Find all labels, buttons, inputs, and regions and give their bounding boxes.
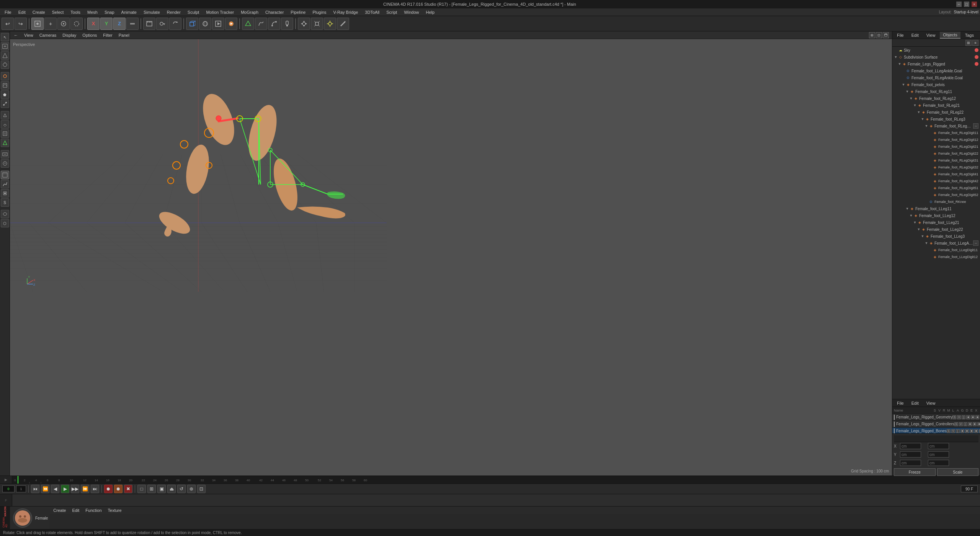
geo-icon-2[interactable]: V (957, 415, 961, 419)
menu-help[interactable]: Help (423, 9, 438, 15)
size-x-input[interactable] (928, 443, 949, 449)
panel-icon-2[interactable]: ≡ (972, 40, 978, 46)
record-button[interactable]: ⏺ (104, 485, 113, 493)
tree-item-rlegdigit51[interactable]: ◈ Female_foot_RLegDigit51 (892, 185, 980, 191)
layer-row-controllers[interactable]: Female_Legs_Rigged_Controllers S V | ■ ■… (892, 421, 980, 428)
tree-item-rleg12[interactable]: ▼ ◈ Female_foot_RLeg12 (892, 95, 980, 102)
bones-icon-7[interactable]: ■ (974, 429, 978, 433)
render-button[interactable] (225, 18, 237, 30)
layer-row-geometry[interactable]: Female_Legs_Rigged_Geometry S V | ■ ■ ■ … (892, 414, 980, 421)
world-axis-button[interactable] (126, 18, 139, 30)
left-tool-8[interactable] (1, 100, 9, 108)
menu-tools[interactable]: Tools (67, 9, 83, 15)
undo-button[interactable]: ↩ (2, 18, 14, 30)
left-tool-9[interactable] (1, 111, 9, 119)
tree-item-llega[interactable]: ▼ ◈ Female_foot_LLegAnkle ↔ (892, 240, 980, 247)
menu-mograph[interactable]: MoGraph (238, 9, 261, 15)
menu-edit[interactable]: Edit (15, 9, 29, 15)
tree-item-rknee[interactable]: ⊙ Female_foot_RKnee (892, 198, 980, 205)
tree-item-rlega[interactable]: ▼ ◈ Female_foot_RLegAnkle ↔ (892, 123, 980, 129)
viewport-filter-menu[interactable]: Filter (101, 33, 114, 38)
rotate-button[interactable] (169, 18, 181, 30)
right-tab-file[interactable]: File (894, 32, 907, 38)
bones-icon-4[interactable]: ■ (960, 429, 964, 433)
axis-x-button[interactable]: X (87, 18, 100, 30)
viewport-maximize-btn[interactable]: ⊞ (869, 32, 875, 38)
tree-item-llegdigit12[interactable]: ◈ Female_foot_LLegDigit12 (892, 253, 980, 260)
left-tool-16[interactable] (1, 180, 9, 188)
timeline-tracks[interactable]: F (0, 494, 980, 506)
menu-select[interactable]: Select (49, 9, 67, 15)
menu-snap[interactable]: Snap (101, 9, 118, 15)
pos-y-input[interactable] (900, 451, 921, 458)
menu-vray[interactable]: V-Ray Bridge (330, 9, 361, 15)
add-button[interactable]: + (44, 18, 57, 30)
viewport[interactable]: X Y Z Perspective Grid Spacing : 100 cm (10, 39, 892, 476)
key-button[interactable] (156, 18, 168, 30)
left-tool-7[interactable]: ⬟ (1, 90, 9, 99)
play-button[interactable]: ▶ (61, 485, 69, 493)
bones-icon-3[interactable]: | (956, 429, 960, 433)
geo-icon-1[interactable]: S (952, 415, 956, 419)
left-tool-15[interactable] (1, 171, 9, 179)
menu-mesh[interactable]: Mesh (84, 9, 101, 15)
left-tool-20[interactable]: ⬡ (1, 219, 9, 227)
next-frame-button[interactable]: ⏩ (81, 485, 89, 493)
freeze-button[interactable]: Freeze (894, 468, 936, 476)
left-tool-12[interactable] (1, 139, 9, 147)
menu-sculpt[interactable]: Sculpt (185, 9, 203, 15)
ctrl-icon-3[interactable]: | (964, 422, 967, 426)
left-tool-13[interactable] (1, 150, 9, 159)
close-button[interactable]: × (972, 2, 977, 7)
tree-item-rleg21[interactable]: ▼ ◈ Female_foot_RLeg21 (892, 102, 980, 109)
tree-item-sky[interactable]: ☁ Sky (892, 47, 980, 54)
viewport-expand-btn[interactable]: ⊡ (876, 32, 882, 38)
viewport-cameras-menu[interactable]: Cameras (37, 33, 59, 38)
right-tab-bookmarks[interactable]: Bookmarks (978, 32, 980, 38)
maximize-button[interactable]: □ (964, 2, 969, 7)
mode-btn-4[interactable]: ⏏ (167, 485, 176, 493)
left-tool-3[interactable] (1, 51, 9, 60)
anim-tab-create[interactable]: Create (51, 508, 68, 513)
frame-start-input[interactable]: 1 (16, 485, 26, 492)
record-obj-button[interactable]: ⏺ (114, 485, 122, 493)
mode-btn-3[interactable]: ▣ (157, 485, 166, 493)
make-editable-button[interactable] (242, 18, 254, 30)
goto-end-button[interactable]: ⏭ (91, 485, 99, 493)
axis-z-button[interactable]: Z (113, 18, 126, 30)
axis-y-button[interactable]: Y (100, 18, 113, 30)
layer-tab-edit[interactable]: Edit (908, 400, 922, 406)
viewport-options-menu[interactable]: Options (80, 33, 99, 38)
mode-btn-2[interactable]: ⊞ (147, 485, 156, 493)
right-tab-view[interactable]: View (923, 32, 939, 38)
tree-item-rlegdigit52[interactable]: ◈ Female_foot_RLegDigit52 (892, 191, 980, 198)
timeline-ruler[interactable]: ▶ 0 2 4 6 8 10 12 14 16 18 20 22 (0, 476, 980, 484)
left-tool-14[interactable] (1, 159, 9, 168)
tree-item-rlegdigit22[interactable]: ◈ Female_foot_RLegDigit22 (892, 150, 980, 157)
ring-sel-button[interactable] (70, 18, 83, 30)
loop-sel-button[interactable] (57, 18, 70, 30)
menu-animate[interactable]: Animate (118, 9, 140, 15)
left-tool-19[interactable] (1, 210, 9, 218)
viewport-back-button[interactable]: ← (11, 33, 20, 38)
ctrl-icon-2[interactable]: V (959, 422, 963, 426)
tree-item-lleg12[interactable]: ▼ ◈ Female_foot_LLeg12 (892, 212, 980, 219)
menu-simulate[interactable]: Simulate (140, 9, 163, 15)
menu-character[interactable]: Character (262, 9, 287, 15)
tree-item-rlegdigit12[interactable]: ◈ Female_foot_RLegDigit12 (892, 136, 980, 143)
left-tool-4[interactable] (1, 60, 9, 69)
right-tab-tags[interactable]: Tags (962, 32, 977, 38)
tree-item-rlegdigit32[interactable]: ◈ Female_foot_RLegDigit32 (892, 164, 980, 171)
mode-btn-7[interactable]: ⊡ (197, 485, 206, 493)
tree-item-rleg22[interactable]: ▼ ◈ Female_foot_RLeg22 (892, 109, 980, 116)
menu-create[interactable]: Create (29, 9, 48, 15)
tree-item-llegdigit11[interactable]: ◈ Female_foot_LLegDigit11 (892, 247, 980, 253)
layer-tab-view[interactable]: View (923, 400, 939, 406)
mode-btn-5[interactable]: ↺ (177, 485, 186, 493)
minimize-button[interactable]: − (956, 2, 962, 7)
paint-button[interactable] (281, 18, 293, 30)
left-tool-18[interactable]: S (1, 198, 9, 207)
play-reverse-button[interactable]: ▶▶ (71, 485, 79, 493)
anim-tab-texture[interactable]: Texture (106, 508, 124, 513)
live-selection-button[interactable] (31, 18, 44, 30)
